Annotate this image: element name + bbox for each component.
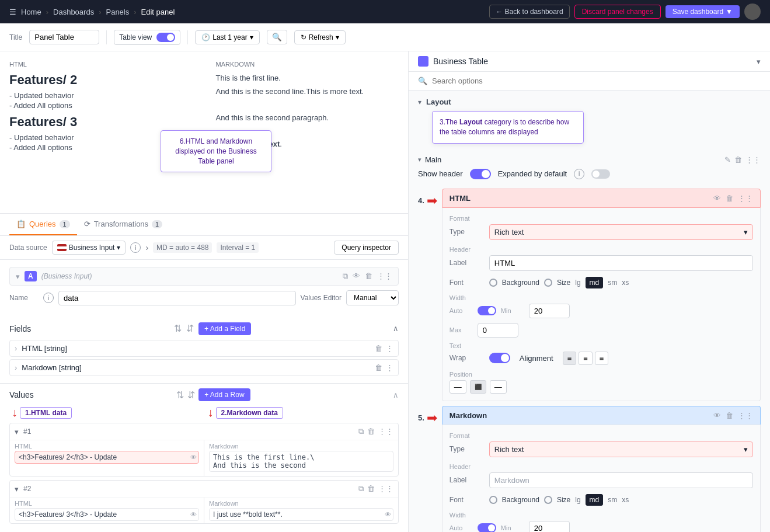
right-panel-body[interactable]: 🔍 ▾ Layout 3.The Layout category is to d… <box>409 72 770 532</box>
main-chevron-icon[interactable]: ▾ <box>418 156 421 164</box>
md-xs-label[interactable]: xs <box>622 496 629 504</box>
align-left-btn[interactable]: ≡ <box>563 352 577 365</box>
pos-btn-3[interactable]: — <box>490 380 507 394</box>
type-select[interactable]: Rich text ▾ <box>489 224 753 240</box>
row1-chevron-icon[interactable]: ▾ <box>15 427 19 436</box>
align-center-btn[interactable]: ≡ <box>579 352 593 365</box>
row2-md-input[interactable] <box>209 508 393 521</box>
copy-icon[interactable]: ⧉ <box>343 272 348 281</box>
info-button[interactable]: i <box>130 242 141 253</box>
md-sm-label[interactable]: sm <box>608 496 617 504</box>
row1-drag-icon[interactable]: ⋮⋮ <box>378 427 393 436</box>
row2-drag-icon[interactable]: ⋮⋮ <box>378 484 393 493</box>
main-drag-icon[interactable]: ⋮⋮ <box>745 155 761 164</box>
sort-asc-icon[interactable]: ⇅ <box>173 322 183 335</box>
font-radio-2[interactable] <box>544 279 552 287</box>
row2-chevron-icon[interactable]: ▾ <box>15 485 19 493</box>
md-label-input[interactable] <box>489 472 753 488</box>
queries-tab[interactable]: 📋 Queries 1 <box>9 214 77 235</box>
name-info-button[interactable]: i <box>43 293 54 303</box>
md-lg-label[interactable]: lg <box>575 496 580 504</box>
query-collapse-icon[interactable]: ▾ <box>16 272 20 281</box>
html-eye-icon[interactable]: 👁 <box>713 194 721 203</box>
field-md-chevron-icon[interactable]: › <box>15 363 17 372</box>
field-chevron-icon[interactable]: › <box>15 344 17 353</box>
max-input-1[interactable] <box>478 323 518 338</box>
sort-desc-icon[interactable]: ⇵ <box>185 322 195 335</box>
field-md-trash-icon[interactable]: 🗑 <box>375 363 382 372</box>
values-editor-select[interactable]: Manual <box>346 290 399 305</box>
search-input[interactable] <box>432 77 761 85</box>
breadcrumb-dashboards[interactable]: Dashboards <box>53 8 94 16</box>
name-input[interactable] <box>58 291 296 305</box>
layout-header[interactable]: ▾ Layout <box>418 95 761 109</box>
font-radio-1[interactable] <box>489 279 497 287</box>
main-trash-icon[interactable]: 🗑 <box>734 155 742 164</box>
auto-toggle-1[interactable] <box>478 306 496 315</box>
md-size-btn-1[interactable]: md <box>586 277 604 288</box>
md-font-radio-1[interactable] <box>489 496 497 504</box>
sort-asc2-icon[interactable]: ⇅ <box>176 390 184 401</box>
sort-desc2-icon[interactable]: ⇵ <box>187 390 195 401</box>
fields-collapse-icon[interactable]: ∧ <box>393 324 399 333</box>
xs-label-1[interactable]: xs <box>622 279 629 287</box>
discard-changes-button[interactable]: Discard panel changes <box>574 5 661 19</box>
datasource-select[interactable]: Business Input ▾ <box>52 241 126 255</box>
field-md-drag-icon[interactable]: ⋮ <box>386 363 393 372</box>
md-trash-icon[interactable]: 🗑 <box>726 411 733 420</box>
panel-options-chevron-icon[interactable]: ▾ <box>757 57 761 66</box>
table-view-toggle[interactable]: Table view <box>114 30 180 45</box>
breadcrumb-home[interactable]: Home <box>21 8 41 16</box>
field-trash-icon[interactable]: 🗑 <box>375 344 382 353</box>
html-drag-icon[interactable]: ⋮⋮ <box>738 194 753 203</box>
menu-icon[interactable]: ☰ <box>9 8 16 16</box>
show-header-toggle[interactable] <box>470 169 491 179</box>
values-collapse-icon[interactable]: ∧ <box>393 391 399 399</box>
trash-icon[interactable]: 🗑 <box>365 272 372 281</box>
lg-label-1[interactable]: lg <box>575 279 580 287</box>
main-edit-icon[interactable]: ✎ <box>724 155 731 164</box>
field-drag-icon[interactable]: ⋮ <box>386 344 393 353</box>
table-view-pill[interactable] <box>156 33 175 42</box>
pos-btn-2[interactable]: ⬛ <box>470 380 486 394</box>
layout-chevron-icon[interactable]: ▾ <box>418 98 421 106</box>
sm-label-1[interactable]: sm <box>608 279 617 287</box>
expanded-toggle[interactable] <box>591 169 610 179</box>
row1-html-input[interactable] <box>15 451 199 464</box>
row2-html-eye-icon[interactable]: 👁 <box>190 511 197 518</box>
row1-trash-icon[interactable]: 🗑 <box>367 427 375 436</box>
row1-copy-icon[interactable]: ⧉ <box>358 427 364 436</box>
zoom-button[interactable]: 🔍 <box>267 30 287 44</box>
row2-copy-icon[interactable]: ⧉ <box>358 484 364 493</box>
add-row-button[interactable]: + Add a Row <box>198 388 250 401</box>
md-drag-icon[interactable]: ⋮⋮ <box>738 411 753 420</box>
min-input-2[interactable] <box>529 521 570 532</box>
save-dashboard-button[interactable]: Save dashboard ▼ <box>666 5 740 18</box>
html-label-input[interactable] <box>489 255 753 271</box>
row2-trash-icon[interactable]: 🗑 <box>367 484 375 493</box>
row1-md-input[interactable]: This is the first line.\ And this is the… <box>209 451 393 472</box>
align-right-btn[interactable]: ≡ <box>595 352 609 365</box>
wrap-toggle[interactable] <box>489 353 510 363</box>
md-md-size-btn[interactable]: md <box>586 494 604 506</box>
min-input-1[interactable] <box>529 304 570 318</box>
expanded-info-button[interactable]: i <box>574 169 584 179</box>
html-trash-icon[interactable]: 🗑 <box>726 194 733 203</box>
auto-toggle-2[interactable] <box>478 523 496 532</box>
back-to-dashboard-button[interactable]: ← Back to dashboard <box>489 5 569 19</box>
transformations-tab[interactable]: ⟳ Transformations 1 <box>77 214 170 235</box>
add-field-button[interactable]: + Add a Field <box>198 322 251 335</box>
query-arrow-icon[interactable]: › <box>145 243 148 252</box>
breadcrumb-panels[interactable]: Panels <box>106 8 129 16</box>
query-inspector-button[interactable]: Query inspector <box>334 241 399 255</box>
time-range-button[interactable]: 🕐 Last 1 year ▾ <box>195 30 259 44</box>
drag-icon[interactable]: ⋮⋮ <box>377 272 392 281</box>
md-eye-icon[interactable]: 👁 <box>713 411 721 420</box>
pos-btn-1[interactable]: — <box>450 380 466 394</box>
md-type-select[interactable]: Rich text ▾ <box>489 441 753 457</box>
panel-title-input[interactable] <box>29 30 99 44</box>
row2-md-eye-icon[interactable]: 👁 <box>385 511 391 518</box>
refresh-button[interactable]: ↻ Refresh ▾ <box>294 30 346 44</box>
md-font-radio-2[interactable] <box>544 496 552 504</box>
row1-html-eye-icon[interactable]: 👁 <box>190 454 197 461</box>
